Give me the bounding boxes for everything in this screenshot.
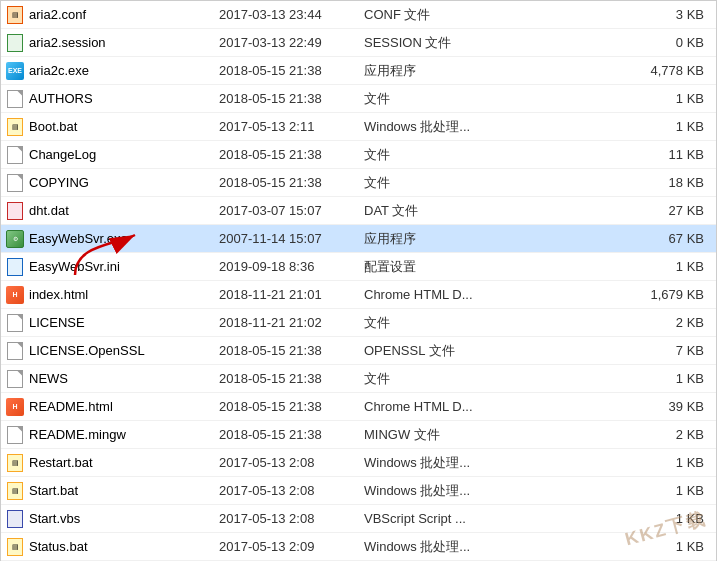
file-type: SESSION 文件 xyxy=(354,34,514,52)
file-icon: H xyxy=(5,285,25,305)
file-type: Chrome HTML D... xyxy=(354,399,514,414)
file-icon xyxy=(5,145,25,165)
file-name: aria2.conf xyxy=(29,7,209,22)
file-type: 文件 xyxy=(354,174,514,192)
file-name: aria2c.exe xyxy=(29,63,209,78)
file-icon: EXE xyxy=(5,61,25,81)
file-name: NEWS xyxy=(29,371,209,386)
file-icon: ▤ xyxy=(5,5,25,25)
file-size: 1 KB xyxy=(514,539,712,554)
file-size: 18 KB xyxy=(514,175,712,190)
file-name: dht.dat xyxy=(29,203,209,218)
table-row[interactable]: ChangeLog 2018-05-15 21:38 文件 11 KB xyxy=(1,141,716,169)
file-icon xyxy=(5,173,25,193)
table-row[interactable]: ▤ Status.bat 2017-05-13 2:09 Windows 批处理… xyxy=(1,533,716,561)
file-type: Chrome HTML D... xyxy=(354,287,514,302)
table-row[interactable]: LICENSE 2018-11-21 21:02 文件 2 KB xyxy=(1,309,716,337)
file-icon: ▤ xyxy=(5,537,25,557)
file-size: 1 KB xyxy=(514,511,712,526)
file-size: 39 KB xyxy=(514,399,712,414)
file-icon: ⚙ xyxy=(5,229,25,249)
file-date: 2007-11-14 15:07 xyxy=(209,231,354,246)
file-size: 1 KB xyxy=(514,259,712,274)
table-row[interactable]: Start.vbs 2017-05-13 2:08 VBScript Scrip… xyxy=(1,505,716,533)
file-type: 应用程序 xyxy=(354,62,514,80)
file-icon xyxy=(5,89,25,109)
file-type: Windows 批处理... xyxy=(354,482,514,500)
file-size: 1 KB xyxy=(514,371,712,386)
file-date: 2018-05-15 21:38 xyxy=(209,175,354,190)
table-row[interactable]: ▤ Boot.bat 2017-05-13 2:11 Windows 批处理..… xyxy=(1,113,716,141)
file-date: 2017-05-13 2:08 xyxy=(209,511,354,526)
file-name: index.html xyxy=(29,287,209,302)
table-row[interactable]: H README.html 2018-05-15 21:38 Chrome HT… xyxy=(1,393,716,421)
file-date: 2017-05-13 2:09 xyxy=(209,539,354,554)
file-size: 11 KB xyxy=(514,147,712,162)
file-size: 2 KB xyxy=(514,315,712,330)
file-list: ▤ aria2.conf 2017-03-13 23:44 CONF 文件 3 … xyxy=(0,0,717,561)
file-date: 2018-11-21 21:01 xyxy=(209,287,354,302)
file-icon xyxy=(5,313,25,333)
file-name: README.mingw xyxy=(29,427,209,442)
file-type: DAT 文件 xyxy=(354,202,514,220)
file-date: 2018-05-15 21:38 xyxy=(209,91,354,106)
file-date: 2017-03-07 15:07 xyxy=(209,203,354,218)
file-size: 0 KB xyxy=(514,35,712,50)
file-type: 文件 xyxy=(354,370,514,388)
file-date: 2018-05-15 21:38 xyxy=(209,427,354,442)
file-icon xyxy=(5,509,25,529)
file-icon xyxy=(5,257,25,277)
file-name: Boot.bat xyxy=(29,119,209,134)
file-icon: ▤ xyxy=(5,481,25,501)
file-size: 1,679 KB xyxy=(514,287,712,302)
file-icon xyxy=(5,425,25,445)
file-name: ChangeLog xyxy=(29,147,209,162)
file-date: 2018-05-15 21:38 xyxy=(209,63,354,78)
table-row[interactable]: EasyWebSvr.ini 2019-09-18 8:36 配置设置 1 KB xyxy=(1,253,716,281)
file-icon: H xyxy=(5,397,25,417)
file-size: 1 KB xyxy=(514,119,712,134)
file-type: 文件 xyxy=(354,90,514,108)
file-icon: ▤ xyxy=(5,453,25,473)
file-date: 2018-11-21 21:02 xyxy=(209,315,354,330)
file-type: 应用程序 xyxy=(354,230,514,248)
file-icon xyxy=(5,201,25,221)
file-date: 2019-09-18 8:36 xyxy=(209,259,354,274)
file-name: aria2.session xyxy=(29,35,209,50)
file-date: 2017-05-13 2:08 xyxy=(209,483,354,498)
file-type: 配置设置 xyxy=(354,258,514,276)
file-name: Start.vbs xyxy=(29,511,209,526)
table-row[interactable]: NEWS 2018-05-15 21:38 文件 1 KB xyxy=(1,365,716,393)
file-name: Restart.bat xyxy=(29,455,209,470)
file-name: EasyWebSvr.ini xyxy=(29,259,209,274)
file-date: 2018-05-15 21:38 xyxy=(209,343,354,358)
table-row[interactable]: dht.dat 2017-03-07 15:07 DAT 文件 27 KB xyxy=(1,197,716,225)
file-date: 2017-05-13 2:11 xyxy=(209,119,354,134)
file-size: 2 KB xyxy=(514,427,712,442)
file-icon xyxy=(5,369,25,389)
table-row[interactable]: ⚙ EasyWebSvr.exe 2007-11-14 15:07 应用程序 6… xyxy=(1,225,716,253)
table-row[interactable]: H index.html 2018-11-21 21:01 Chrome HTM… xyxy=(1,281,716,309)
table-row[interactable]: AUTHORS 2018-05-15 21:38 文件 1 KB xyxy=(1,85,716,113)
file-type: Windows 批处理... xyxy=(354,538,514,556)
file-size: 4,778 KB xyxy=(514,63,712,78)
file-size: 1 KB xyxy=(514,455,712,470)
file-type: CONF 文件 xyxy=(354,6,514,24)
table-row[interactable]: LICENSE.OpenSSL 2018-05-15 21:38 OPENSSL… xyxy=(1,337,716,365)
file-date: 2017-03-13 23:44 xyxy=(209,7,354,22)
table-row[interactable]: ▤ aria2.conf 2017-03-13 23:44 CONF 文件 3 … xyxy=(1,1,716,29)
file-type: OPENSSL 文件 xyxy=(354,342,514,360)
table-row[interactable]: EXE aria2c.exe 2018-05-15 21:38 应用程序 4,7… xyxy=(1,57,716,85)
file-name: EasyWebSvr.exe xyxy=(29,231,209,246)
file-name: AUTHORS xyxy=(29,91,209,106)
table-row[interactable]: ▤ Start.bat 2017-05-13 2:08 Windows 批处理.… xyxy=(1,477,716,505)
table-row[interactable]: aria2.session 2017-03-13 22:49 SESSION 文… xyxy=(1,29,716,57)
file-type: VBScript Script ... xyxy=(354,511,514,526)
file-date: 2018-05-15 21:38 xyxy=(209,371,354,386)
table-row[interactable]: README.mingw 2018-05-15 21:38 MINGW 文件 2… xyxy=(1,421,716,449)
table-row[interactable]: ▤ Restart.bat 2017-05-13 2:08 Windows 批处… xyxy=(1,449,716,477)
file-name: LICENSE.OpenSSL xyxy=(29,343,209,358)
file-size: 1 KB xyxy=(514,483,712,498)
file-icon xyxy=(5,341,25,361)
table-row[interactable]: COPYING 2018-05-15 21:38 文件 18 KB xyxy=(1,169,716,197)
